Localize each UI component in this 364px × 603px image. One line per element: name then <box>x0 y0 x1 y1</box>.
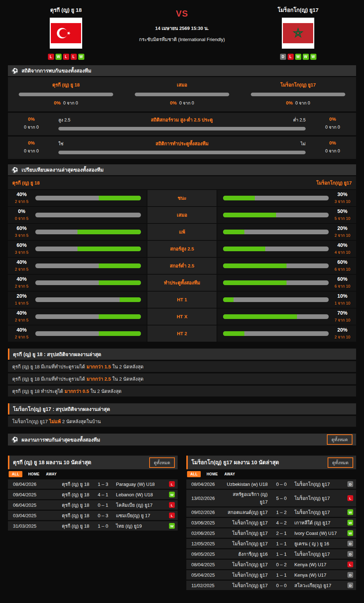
compare-away-cell: 70% 7 จาก 10 <box>217 309 356 325</box>
compare-home-count: 3 จาก 5 <box>8 232 35 239</box>
soccer-ball-icon: ⚽ <box>12 437 18 442</box>
compare-away-pct: 10% <box>329 293 356 299</box>
summary-highlight: มากกว่า 0.5 <box>63 387 90 395</box>
compare-home-count: 2 จาก 5 <box>8 317 35 323</box>
recent-results-tables: ตุรกี (ญ) ยู 18 ผลงาน 10 นัดล่าสุด ดูทั้… <box>8 456 356 591</box>
table-row: 31/03/2025 ตุรกี (ญ) ยู 18 1 – 0 ไทย (ญ)… <box>8 521 178 532</box>
away-team-cell: Paraguay (W) U18 <box>113 482 165 487</box>
home-team-cell: โมร็อกโก(ญ) ยู17 <box>225 571 271 579</box>
match-date-cell: 08/04/2026 <box>13 482 46 487</box>
compare-home-count: 3 จาก 5 <box>8 249 35 256</box>
match-date-cell: 09/05/2025 <box>191 551 225 557</box>
table-row: 06/04/2025 ตุรกี (ญ) ยู 18 0 – 1 โคลัมเบ… <box>8 500 178 511</box>
h2h-stat-column: ตุรกี (ญ) ยู 18 0% 0 จาก 0 <box>8 81 124 106</box>
table-tab-all[interactable]: ALL <box>187 471 201 477</box>
match-date-cell: 08/04/2025 <box>191 562 225 567</box>
table-tab-home[interactable]: HOME <box>27 471 40 477</box>
compare-home-cell: 20% 1 จาก 5 <box>8 292 147 308</box>
compare-home-pct: 40% <box>8 310 35 316</box>
home-form-badges: LWLLW <box>48 54 84 60</box>
home-team-cell: โมร็อกโก(ญ) ยู17 <box>225 540 271 547</box>
compare-home-name: ตุรกี (ญ) ยู 18 <box>12 179 40 187</box>
match-date-cell: 09/04/2025 <box>13 492 46 497</box>
summary-header: โมร็อกโก(ญ) ยู17 : สรุปสถิติจากผลงานล่าส… <box>8 403 356 414</box>
match-date-cell: 09/02/2026 <box>191 510 225 515</box>
recent-results-table: ตุรกี (ญ) ยู 18 ผลงาน 10 นัดล่าสุด ดูทั้… <box>8 456 178 591</box>
table-filter-tabs: ALLHOMEAWAY <box>8 470 178 478</box>
match-date-cell: 05/04/2025 <box>191 572 225 578</box>
away-team-cell: โมร็อกโก(ญ) ยู17 <box>292 509 344 516</box>
meetings-view-all-button[interactable]: ดูทั้งหมด <box>327 434 352 445</box>
score-cell: 4 – 2 <box>271 520 292 526</box>
h2h-column-pct: 0% <box>170 100 177 106</box>
result-badge: W <box>347 509 353 515</box>
h2h-column-pct: 0% <box>54 100 61 106</box>
compare-home-pct: 0% <box>8 208 35 214</box>
away-team-cell: โมร็อกโก(ญ) ยู17 <box>292 495 344 502</box>
away-team-cell: โมร็อกโก(ญ) ยู17 <box>292 480 344 488</box>
ou-home-stat: 0% 0 จาก 0 <box>8 116 55 130</box>
btts-title: สถิติการทำประตูทั้งสองทีม <box>63 140 301 147</box>
table-tab-all[interactable]: ALL <box>9 471 22 477</box>
ou-left-label: สูง 2.5 <box>58 116 70 123</box>
compare-home-pct: 40% <box>8 259 35 265</box>
table-row: 11/02/2025 โมร็อกโก(ญ) ยู17 0 – 0 สโลวะเ… <box>186 581 356 591</box>
compare-row-label: HT X <box>147 309 217 325</box>
score-cell: 1 – 1 <box>271 551 292 557</box>
compare-home-bar <box>35 314 141 319</box>
home-team-cell: สหรัฐอเมริกา (ญ) ยู17 <box>225 491 271 506</box>
compare-away-bar <box>223 280 329 285</box>
table-header: ตุรกี (ญ) ยู 18 ผลงาน 10 นัดล่าสุด ดูทั้… <box>8 456 178 469</box>
compare-home-cell: 40% 2 จาก 5 <box>8 190 147 206</box>
home-team-cell: ตุรกี (ญ) ยู 18 <box>46 501 93 509</box>
summary-row: ตุรกี (ญ) ยู 18 มีเกมที่ทำประตูรวมได้ มา… <box>8 373 356 384</box>
home-team-name: ตุรกี (ญ) ยู 18 <box>50 6 82 14</box>
table-tab-home[interactable]: HOME <box>206 471 218 477</box>
compare-away-count: 6 จาก 10 <box>329 266 356 272</box>
compare-home-cell: 60% 3 จาก 5 <box>8 224 147 240</box>
home-team-cell: Uzbekistan (w) U18 <box>225 482 271 487</box>
score-cell: 1 – 0 <box>93 523 113 529</box>
result-badge: L <box>169 502 175 508</box>
match-date-cell: 03/04/2025 <box>13 513 46 518</box>
score-cell: 5 – 0 <box>271 496 292 501</box>
compare-away-bar <box>223 230 329 234</box>
compare-home-pct: 60% <box>8 242 35 248</box>
table-view-all-button[interactable]: ดูทั้งหมด <box>149 457 175 468</box>
match-date-cell: 11/02/2025 <box>191 583 225 588</box>
match-date-cell: 12/05/2025 <box>191 541 225 546</box>
home-team-cell: โมร็อกโก(ญ) ยู17 <box>225 519 271 527</box>
compare-home-pct: 40% <box>8 191 35 197</box>
h2h-column-bar <box>251 93 345 96</box>
compare-home-bar-fill <box>120 297 141 302</box>
h2h-column-bar <box>19 93 113 96</box>
ou-away-count: 0 จาก 0 <box>309 124 356 130</box>
ou-bar <box>58 127 306 130</box>
home-team-cell: โมร็อกโก(ญ) ยู17 <box>225 582 271 589</box>
summary-header: ตุรกี (ญ) ยู 18 : สรุปสถิติจากผลงานล่าสุ… <box>8 349 356 360</box>
table-tab-away[interactable]: AWAY <box>224 471 236 477</box>
table-view-all-button[interactable]: ดูทั้งหมด <box>328 457 353 468</box>
compare-home-count: 2 จาก 5 <box>8 283 35 289</box>
match-date-cell: 06/04/2025 <box>13 502 46 508</box>
compare-home-count: 1 จาก 5 <box>8 300 35 306</box>
compare-away-bar-fill <box>223 196 255 200</box>
summary-text-post: ใน 2 นัดหลังสุด <box>112 363 143 371</box>
compare-away-bar <box>223 247 329 251</box>
compare-home-bar <box>35 331 141 336</box>
h2h-column-label: ตุรกี (ญ) ยู 18 <box>8 81 124 89</box>
match-date-cell: 03/06/2025 <box>191 520 225 526</box>
compare-home-cell: 40% 2 จาก 5 <box>8 258 147 274</box>
compare-home-bar-fill <box>99 196 141 200</box>
compare-away-count: 7 จาก 10 <box>329 317 356 323</box>
table-tab-away[interactable]: AWAY <box>45 471 58 477</box>
compare-row-label: ทำประตูทั้งสองทีม <box>147 275 217 291</box>
table-title: ตุรกี (ญ) ยู 18 ผลงาน 10 นัดล่าสุด <box>13 458 91 467</box>
summary-text-post: 2 นัดหลังสุดในบ้าน <box>62 418 101 425</box>
ou-middle: สูง 2.5 สถิติสกอร์รวม สูง-ต่ำ 2.5 ประตู … <box>55 116 309 130</box>
btts-bar <box>58 151 306 154</box>
away-team-cell: ไทย (ญ) ยู19 <box>113 522 165 530</box>
table-row: 03/06/2025 โมร็อกโก(ญ) ยู17 4 – 2 เกาหลี… <box>186 518 356 528</box>
home-team-cell: โมร็อกโก(ญ) ยู17 <box>225 529 271 537</box>
compare-away-bar <box>223 314 329 319</box>
